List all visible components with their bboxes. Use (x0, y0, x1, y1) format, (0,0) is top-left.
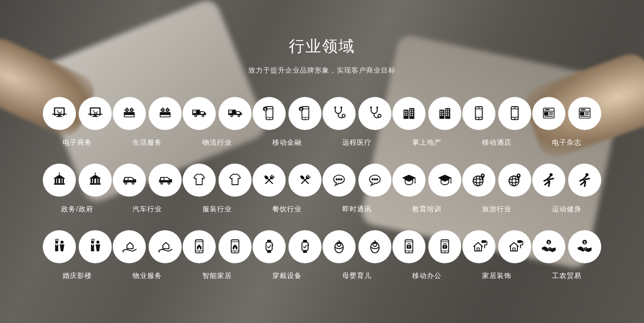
industries-grid: 电子商务生活服务物流行业移动金融远程医疗掌上地产移动酒店电子杂志政务/政府汽车行… (42, 97, 602, 280)
smart-home-icon (183, 230, 216, 263)
government-icon (43, 164, 76, 197)
industry-item-fitness[interactable]: 运动健身 (532, 164, 602, 214)
industry-item-education[interactable]: 教育培训 (392, 164, 462, 214)
wedding-icon (43, 230, 76, 263)
travel-icon (462, 164, 495, 197)
industry-item-home-decor[interactable]: 家居装饰 (462, 230, 532, 280)
industry-label: 服装行业 (202, 205, 232, 214)
industry-item-catering[interactable]: 餐饮行业 (252, 164, 322, 214)
industries-row: 婚庆影楼物业服务智能家居穿戴设备母婴育儿移动办公家居装饰工农贸易 (42, 230, 602, 280)
real-estate-icon (392, 97, 426, 130)
section-title: 行业领域 (0, 36, 644, 57)
industry-label: 餐饮行业 (272, 205, 302, 214)
industry-label: 电子杂志 (552, 138, 581, 147)
icon-pair (532, 97, 601, 130)
apparel-icon (183, 164, 216, 197)
wearable-icon (253, 230, 286, 263)
industry-item-mobile-hotel[interactable]: 移动酒店 (462, 97, 532, 147)
icon-pair (322, 97, 391, 130)
industry-item-mobile-office[interactable]: 移动办公 (392, 230, 462, 280)
industry-item-logistics[interactable]: 物流行业 (182, 97, 252, 147)
icon-pair (253, 164, 322, 197)
wearable-icon (288, 230, 322, 263)
smart-home-icon (218, 230, 252, 263)
property-service-icon (149, 230, 182, 263)
catering-icon (253, 164, 286, 197)
industries-section: 行业领域 致力于提升企业品牌形象，实现客户商业目标 电子商务生活服务物流行业移动… (0, 0, 644, 280)
industry-item-telemedicine[interactable]: 远程医疗 (322, 97, 392, 147)
icon-pair (43, 97, 112, 130)
mobile-office-icon (428, 230, 461, 263)
icon-pair (253, 230, 322, 263)
fitness-icon (568, 164, 601, 197)
industry-item-real-estate[interactable]: 掌上地产 (392, 97, 462, 147)
icon-pair (532, 164, 601, 197)
education-icon (392, 164, 426, 197)
mobile-finance-icon (253, 97, 286, 130)
icon-pair (392, 230, 461, 263)
industry-label: 即时通讯 (342, 205, 372, 214)
icon-pair (392, 164, 461, 197)
icon-pair (462, 230, 531, 263)
industry-label: 智能家居 (202, 272, 232, 280)
property-service-icon (113, 230, 146, 263)
e-magazine-icon (568, 97, 601, 130)
icon-pair (113, 230, 182, 263)
icon-pair (322, 164, 391, 197)
industry-label: 物业服务 (132, 272, 162, 280)
industry-label: 工农贸易 (552, 272, 581, 280)
telemedicine-icon (322, 97, 356, 130)
government-icon (79, 164, 112, 197)
industry-item-smart-home[interactable]: 智能家居 (182, 230, 252, 280)
industry-item-ecommerce[interactable]: 电子商务 (42, 97, 112, 147)
maternal-infant-icon (358, 230, 391, 263)
logistics-icon (183, 97, 216, 130)
industry-label: 生活服务 (132, 138, 162, 147)
industries-row: 电子商务生活服务物流行业移动金融远程医疗掌上地产移动酒店电子杂志 (42, 97, 602, 147)
industry-item-government[interactable]: 政务/政府 (42, 164, 112, 214)
industry-item-maternal-infant[interactable]: 母婴育儿 (322, 230, 392, 280)
industry-item-trade[interactable]: 工农贸易 (532, 230, 602, 280)
industry-label: 移动金融 (272, 138, 302, 147)
ecommerce-icon (43, 97, 76, 130)
education-icon (428, 164, 461, 197)
icon-pair (43, 230, 112, 263)
logistics-icon (218, 97, 252, 130)
industry-item-apparel[interactable]: 服装行业 (182, 164, 252, 214)
fitness-icon (532, 164, 565, 197)
industry-label: 旅游行业 (482, 205, 512, 214)
industry-label: 政务/政府 (61, 205, 93, 214)
icon-pair (532, 230, 601, 263)
section-subtitle: 致力于提升企业品牌形象，实现客户商业目标 (0, 66, 644, 75)
industry-label: 掌上地产 (412, 138, 442, 147)
industry-label: 家居装饰 (482, 272, 512, 280)
travel-icon (498, 164, 531, 197)
real-estate-icon (428, 97, 461, 130)
industry-item-life-service[interactable]: 生活服务 (112, 97, 182, 147)
industry-label: 穿戴设备 (272, 272, 302, 280)
ecommerce-icon (79, 97, 112, 130)
icon-pair (183, 164, 252, 197)
industry-item-instant-messaging[interactable]: 即时通讯 (322, 164, 392, 214)
industry-label: 汽车行业 (132, 205, 162, 214)
industry-item-e-magazine[interactable]: 电子杂志 (532, 97, 602, 147)
icon-pair (322, 230, 391, 263)
catering-icon (288, 164, 322, 197)
industry-item-automotive[interactable]: 汽车行业 (112, 164, 182, 214)
industry-item-travel[interactable]: 旅游行业 (462, 164, 532, 214)
automotive-icon (149, 164, 182, 197)
maternal-infant-icon (322, 230, 356, 263)
industry-item-wedding[interactable]: 婚庆影楼 (42, 230, 112, 280)
industries-row: 政务/政府汽车行业服装行业餐饮行业即时通讯教育培训旅游行业运动健身 (42, 164, 602, 214)
wedding-icon (79, 230, 112, 263)
mobile-hotel-icon (498, 97, 531, 130)
industry-item-wearable[interactable]: 穿戴设备 (252, 230, 322, 280)
industry-label: 物流行业 (202, 138, 232, 147)
apparel-icon (218, 164, 252, 197)
mobile-office-icon (392, 230, 426, 263)
icon-pair (462, 97, 531, 130)
industry-item-property-service[interactable]: 物业服务 (112, 230, 182, 280)
icon-pair (43, 164, 112, 197)
industry-item-mobile-finance[interactable]: 移动金融 (252, 97, 322, 147)
mobile-hotel-icon (462, 97, 495, 130)
